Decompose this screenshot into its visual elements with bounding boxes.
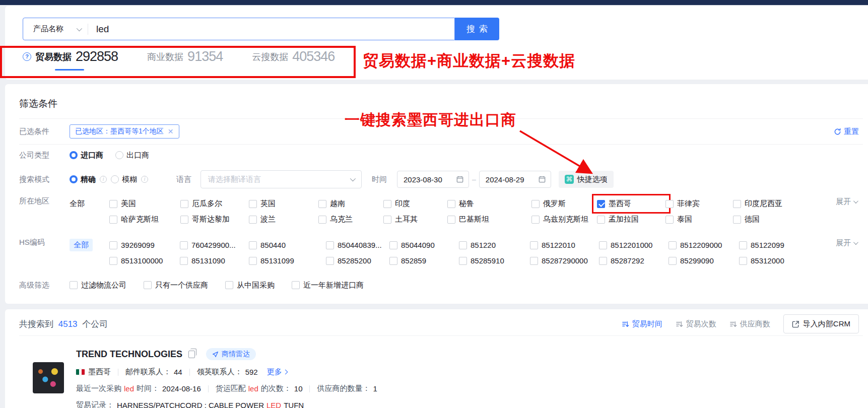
region-checkbox-英国[interactable]: 英国: [249, 199, 318, 209]
sort-supplier-count[interactable]: 供应商数: [729, 319, 770, 329]
region-checkbox-俄罗斯[interactable]: 俄罗斯: [531, 199, 597, 209]
summary-prefix: 共搜索到: [19, 319, 53, 329]
radio-importer[interactable]: 进口商: [70, 151, 103, 160]
hs-code-checkbox-85122010[interactable]: 85122010: [530, 241, 599, 249]
region-checkbox-墨西哥[interactable]: 墨西哥: [597, 199, 665, 209]
linkedin-contacts-label: 领英联系人：: [197, 367, 242, 377]
search-field-select[interactable]: 产品名称: [23, 24, 88, 34]
hs-code-checkbox-39269099[interactable]: 39269099: [109, 241, 180, 249]
advanced-checkbox-近一年新增进口商[interactable]: 近一年新增进口商: [292, 281, 364, 290]
sort-trade-count[interactable]: 贸易次数: [676, 319, 716, 329]
region-checkbox-乌兹别克斯坦[interactable]: 乌兹别克斯坦: [531, 215, 597, 224]
more-link[interactable]: 更多: [267, 367, 287, 377]
checkbox-icon: [669, 241, 677, 249]
region-checkbox-乌克兰[interactable]: 乌克兰: [318, 215, 383, 224]
region-checkbox-巴基斯坦[interactable]: 巴基斯坦: [447, 215, 531, 224]
hs-code-checkbox-85287290000[interactable]: 85287290000: [530, 256, 599, 265]
radio-fuzzy[interactable]: 模糊 i: [111, 175, 148, 184]
company-card[interactable]: TREND TECHNOLOGIES 商情雷达 墨西哥 邮件联系人： 44 领英…: [19, 336, 868, 408]
checkbox-icon: [599, 241, 607, 249]
hs-expand-link[interactable]: 展开: [836, 238, 857, 248]
selected-region-tag[interactable]: 已选地区：墨西哥等1个地区 ✕: [70, 124, 179, 139]
company-name[interactable]: TREND TECHNOLOGIES: [76, 349, 182, 360]
region-checkbox-秘鲁[interactable]: 秘鲁: [447, 199, 531, 209]
region-checkbox-孟加拉国[interactable]: 孟加拉国: [597, 215, 665, 224]
hs-code-checkbox-850440839...[interactable]: 850440839...: [326, 241, 389, 249]
company-title-row: TREND TECHNOLOGIES 商情雷达: [76, 348, 868, 360]
checkbox-icon: [292, 281, 300, 289]
tab-trade-data[interactable]: ? 贸易数据 292858: [23, 49, 118, 71]
region-all-link[interactable]: 全部: [70, 199, 109, 209]
hs-code-checkbox-85131090[interactable]: 85131090: [180, 256, 249, 265]
question-circle-icon[interactable]: ?: [23, 52, 31, 61]
date-from-picker[interactable]: 2023-08-30: [397, 171, 469, 188]
copy-icon[interactable]: [188, 351, 195, 358]
tab-cloud-search-data[interactable]: 云搜数据 405346: [252, 49, 335, 71]
advanced-checkbox-只有一个供应商[interactable]: 只有一个供应商: [144, 281, 208, 290]
hs-code-checkbox-852859[interactable]: 852859: [389, 256, 459, 265]
search-button[interactable]: 搜索: [455, 18, 499, 40]
hs-code-checkbox-760429900...[interactable]: 760429900...: [180, 241, 249, 249]
quick-options-button[interactable]: ⌘ 快捷选项: [559, 171, 614, 188]
date-to-picker[interactable]: 2024-08-29: [479, 171, 551, 188]
command-icon: ⌘: [565, 175, 574, 184]
hs-code-checkbox-85285200[interactable]: 85285200: [326, 256, 389, 265]
hs-code-checkbox-85122099[interactable]: 85122099: [739, 241, 835, 249]
region-checkbox-土耳其[interactable]: 土耳其: [383, 215, 447, 224]
hs-code-checkbox-8512209000[interactable]: 8512209000: [669, 241, 739, 249]
region-checkbox-泰国[interactable]: 泰国: [665, 215, 733, 224]
search-row: 产品名称 搜索: [23, 18, 868, 40]
selected-region-tag-text: 已选地区：墨西哥等1个地区: [75, 127, 164, 136]
expand-label: 展开: [836, 197, 851, 207]
hs-code-checkbox-85131099[interactable]: 85131099: [249, 256, 326, 265]
checkbox-label: 8513100000: [121, 256, 163, 265]
hs-code-checkbox-85299090[interactable]: 85299090: [669, 256, 739, 265]
info-icon[interactable]: i: [141, 176, 148, 183]
hs-code-checkbox-8513100000[interactable]: 8513100000: [109, 256, 180, 265]
region-checkbox-波兰[interactable]: 波兰: [249, 215, 318, 224]
sort-controls: 贸易时间 贸易次数 供应商数 导入内部CRM: [622, 314, 868, 333]
hs-code-checkbox-85044090[interactable]: 85044090: [389, 241, 459, 249]
checkbox-icon: [599, 257, 607, 265]
region-checkbox-印度尼西亚[interactable]: 印度尼西亚: [733, 199, 829, 209]
checkbox-label: 俄罗斯: [543, 199, 566, 209]
radio-exporter[interactable]: 出口商: [115, 151, 149, 160]
search-input[interactable]: [88, 24, 454, 35]
divider: [189, 369, 190, 376]
hs-code-checkbox-85287292[interactable]: 85287292: [599, 256, 669, 265]
info-icon[interactable]: i: [100, 176, 107, 183]
region-checkbox-德国[interactable]: 德国: [733, 215, 829, 224]
tab-business-data[interactable]: 商业数据 91354: [147, 49, 223, 71]
hs-code-checkbox-85285910[interactable]: 85285910: [459, 256, 530, 265]
radio-exact[interactable]: 精确 i: [70, 175, 107, 184]
advanced-checkbox-从中国采购[interactable]: 从中国采购: [225, 281, 275, 290]
hs-code-checkbox-85312000[interactable]: 85312000: [739, 256, 835, 265]
checkbox-icon: [109, 241, 117, 249]
import-crm-button[interactable]: 导入内部CRM: [783, 314, 859, 333]
sort-trade-time[interactable]: 贸易时间: [622, 319, 662, 329]
radar-icon: [212, 351, 219, 358]
region-checkbox-菲律宾[interactable]: 菲律宾: [665, 199, 733, 209]
reset-button[interactable]: 重置: [834, 127, 859, 137]
trade-record-text: HARNESS/PATCHCORD : CABLE POWER: [117, 401, 264, 408]
hs-code-checkbox-851220[interactable]: 851220: [459, 241, 530, 249]
region-expand-link[interactable]: 展开: [836, 197, 857, 207]
region-checkbox-印度[interactable]: 印度: [383, 199, 447, 209]
region-checkbox-厄瓜多尔[interactable]: 厄瓜多尔: [180, 199, 249, 209]
region-checkbox-美国[interactable]: 美国: [109, 199, 180, 209]
checkbox-label: 厄瓜多尔: [192, 199, 222, 209]
hs-all-chip[interactable]: 全部: [70, 239, 93, 251]
region-checkbox-哥斯达黎加[interactable]: 哥斯达黎加: [180, 215, 249, 224]
data-source-tabs: ? 贸易数据 292858 商业数据 91354 云搜数据 405346: [23, 49, 868, 71]
region-label: 所在地区: [19, 193, 70, 206]
business-radar-badge[interactable]: 商情雷达: [206, 348, 256, 360]
region-checkbox-哈萨克斯坦[interactable]: 哈萨克斯坦: [109, 215, 180, 224]
language-select[interactable]: 请选择翻译语言: [201, 170, 362, 188]
hs-code-checkbox-850440[interactable]: 850440: [249, 241, 326, 249]
checkbox-icon: [597, 216, 605, 224]
hs-code-checkbox-8512201000[interactable]: 8512201000: [599, 241, 669, 249]
remove-tag-icon[interactable]: ✕: [168, 127, 174, 135]
company-country: 墨西哥: [88, 367, 111, 377]
region-checkbox-越南[interactable]: 越南: [318, 199, 383, 209]
advanced-checkbox-过滤物流公司[interactable]: 过滤物流公司: [70, 281, 126, 290]
